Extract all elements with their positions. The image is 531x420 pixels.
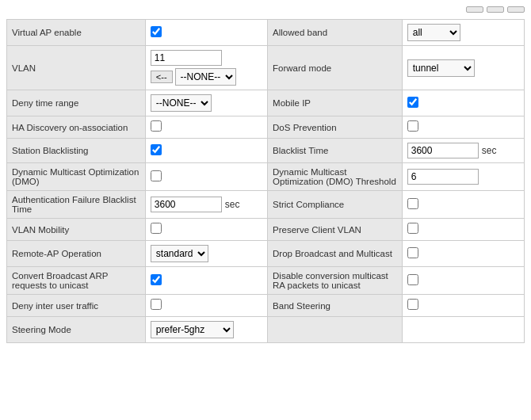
right-value-0: all2.4GHz5GHz: [402, 20, 524, 46]
left-value-2: --NONE--: [145, 90, 267, 116]
left-select-11[interactable]: prefer-5ghzforce-5ghzbalance-bands: [151, 321, 234, 338]
show-reference-button[interactable]: [466, 6, 483, 13]
left-select-2[interactable]: --NONE--: [151, 94, 212, 112]
left-checkbox-4[interactable]: [151, 144, 162, 155]
right-value-9: [402, 267, 524, 295]
right-sec-label-4: sec: [482, 145, 497, 156]
right-label-7: Preserve Client VLAN: [268, 219, 403, 241]
right-label-4: Blacklist Time: [268, 139, 403, 163]
right-label-9: Disable conversion multicast RA packets …: [268, 267, 403, 295]
right-value-4: sec: [402, 139, 524, 163]
left-input-6[interactable]: [151, 197, 222, 212]
right-value-11: [402, 317, 524, 343]
right-checkbox-7[interactable]: [407, 223, 418, 234]
left-value-5: [145, 163, 267, 191]
left-label-5: Dynamic Multicast Optimization (DMO): [7, 163, 146, 191]
left-label-10: Deny inter user traffic: [7, 295, 146, 317]
header: [6, 6, 525, 13]
right-label-3: DoS Prevention: [268, 116, 403, 139]
vlan-back-button-1[interactable]: <--: [151, 71, 173, 83]
left-sec-label-6: sec: [225, 199, 240, 210]
left-label-9: Convert Broadcast ARP requests to unicas…: [7, 267, 146, 295]
left-value-8: standardalwaysbackup: [145, 241, 267, 267]
left-select-8[interactable]: standardalwaysbackup: [151, 245, 208, 262]
right-label-8: Drop Broadcast and Multicast: [268, 241, 403, 267]
left-value-10: [145, 295, 267, 317]
right-value-6: [402, 191, 524, 219]
right-value-7: [402, 219, 524, 241]
left-label-2: Deny time range: [7, 90, 146, 116]
right-value-3: [402, 116, 524, 139]
vlan-select-1[interactable]: --NONE--: [175, 68, 236, 86]
right-label-10: Band Steering: [268, 295, 403, 317]
right-checkbox-9[interactable]: [407, 274, 418, 285]
right-label-1: Forward mode: [268, 46, 403, 90]
left-checkbox-7[interactable]: [151, 223, 162, 234]
left-value-6: sec: [145, 191, 267, 219]
left-label-4: Station Blacklisting: [7, 139, 146, 163]
left-label-8: Remote-AP Operation: [7, 241, 146, 267]
left-label-0: Virtual AP enable: [7, 20, 146, 46]
left-value-7: [145, 219, 267, 241]
left-checkbox-9[interactable]: [151, 274, 162, 285]
vlan-input-1[interactable]: [151, 50, 222, 66]
right-value-10: [402, 295, 524, 317]
left-checkbox-0[interactable]: [151, 26, 162, 37]
left-label-11: Steering Mode: [7, 317, 146, 343]
right-label-6: Strict Compliance: [268, 191, 403, 219]
right-value-2: [402, 90, 524, 116]
left-label-3: HA Discovery on-association: [7, 116, 146, 139]
right-checkbox-3[interactable]: [407, 120, 418, 132]
right-label-11: [268, 317, 403, 343]
left-checkbox-3[interactable]: [151, 120, 162, 132]
left-checkbox-10[interactable]: [151, 299, 162, 310]
right-label-0: Allowed band: [268, 20, 403, 46]
left-checkbox-5[interactable]: [151, 170, 162, 181]
right-label-2: Mobile IP: [268, 90, 403, 116]
left-value-0: [145, 20, 267, 46]
left-label-1: VLAN: [7, 46, 146, 90]
reset-button[interactable]: [507, 6, 525, 13]
header-buttons: [466, 6, 525, 13]
right-select-1[interactable]: tunnelbridgesplit-tunnel: [407, 59, 475, 77]
right-select-0[interactable]: all2.4GHz5GHz: [407, 24, 460, 41]
left-value-4: [145, 139, 267, 163]
right-checkbox-8[interactable]: [407, 247, 418, 258]
right-checkbox-2[interactable]: [407, 97, 418, 108]
left-label-6: Authentication Failure Blacklist Time: [7, 191, 146, 219]
left-value-1: <----NONE--: [145, 46, 267, 90]
right-value-1: tunnelbridgesplit-tunnel: [402, 46, 524, 90]
right-checkbox-6[interactable]: [407, 198, 418, 209]
page-container: Virtual AP enableAllowed bandall2.4GHz5G…: [0, 0, 531, 349]
right-value-8: [402, 241, 524, 267]
left-value-9: [145, 267, 267, 295]
left-value-3: [145, 116, 267, 139]
settings-table: Virtual AP enableAllowed bandall2.4GHz5G…: [6, 19, 525, 343]
right-input-5[interactable]: [407, 169, 479, 185]
right-checkbox-10[interactable]: [407, 299, 418, 310]
left-label-7: VLAN Mobility: [7, 219, 146, 241]
left-value-11: prefer-5ghzforce-5ghzbalance-bands: [145, 317, 267, 343]
save-as-button[interactable]: [487, 6, 504, 13]
right-input-4[interactable]: [407, 143, 479, 158]
right-value-5: [402, 163, 524, 191]
right-label-5: Dynamic Multicast Optimization (DMO) Thr…: [268, 163, 403, 191]
